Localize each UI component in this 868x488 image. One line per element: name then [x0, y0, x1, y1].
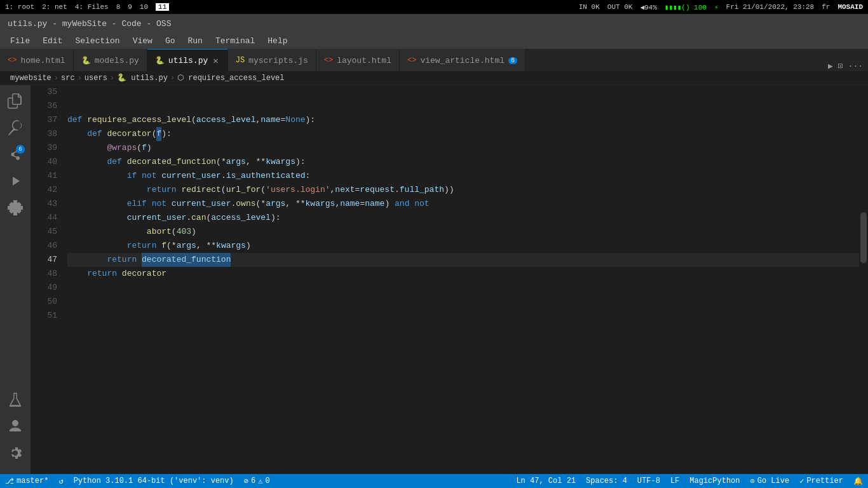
- code-line-48: return decorator: [67, 267, 859, 281]
- branch-icon: ⎇: [5, 477, 14, 486]
- code-line-37: def requires_access_level(access_level,n…: [67, 113, 859, 127]
- tab-home-html[interactable]: <> home.html: [0, 49, 74, 71]
- statusbar-language[interactable]: MagicPython: [684, 474, 745, 488]
- tab-close-button[interactable]: ✕: [212, 55, 219, 66]
- activity-flask[interactable]: [4, 389, 26, 410]
- tab-badge: 6: [508, 57, 517, 64]
- html-icon3: <>: [407, 56, 416, 65]
- statusbar-python[interactable]: Python 3.10.1 64-bit ('venv': venv): [69, 474, 239, 488]
- code-line-38: def decorator(f):: [67, 127, 859, 141]
- run-icon[interactable]: ▶: [828, 61, 833, 71]
- line-num-41: 41: [36, 169, 57, 183]
- line-num-51: 51: [36, 309, 57, 323]
- code-line-40: def decorated_function(*args, **kwargs):: [67, 155, 859, 169]
- topbar-n10: 10: [140, 3, 148, 11]
- activity-extensions[interactable]: [4, 197, 26, 219]
- scrollbar-thumb[interactable]: [860, 212, 867, 263]
- menu-go[interactable]: Go: [160, 35, 180, 47]
- breadcrumb-users[interactable]: users: [85, 74, 107, 83]
- menubar: File Edit Selection View Go Run Terminal…: [0, 33, 868, 49]
- topbar-files: 4: Files: [75, 3, 109, 11]
- menu-help[interactable]: Help: [262, 35, 292, 47]
- statusbar-errors[interactable]: ⊘ 6 ⚠ 0: [239, 474, 275, 488]
- menu-run[interactable]: Run: [182, 35, 207, 47]
- statusbar-prettier[interactable]: ✓ Prettier: [794, 474, 848, 488]
- breadcrumb-utils-py[interactable]: 🐍 utils.py: [117, 73, 168, 83]
- topbar-volume: ◀94%: [640, 3, 656, 11]
- titlebar-text: utils.py - myWebSite - Code - OSS: [8, 19, 171, 29]
- statusbar-branch[interactable]: ⎇ master*: [0, 474, 53, 488]
- line-num-43: 43: [36, 197, 57, 211]
- editor[interactable]: 35 36 37 38 39 40 41 42 43 44 45 46 47 4…: [31, 85, 868, 474]
- tab-label-active: utils.py: [168, 56, 208, 65]
- breadcrumb-sep4: ›: [170, 74, 175, 83]
- html-icon2: <>: [324, 56, 333, 65]
- line-num-46: 46: [36, 239, 57, 253]
- statusbar-position[interactable]: Ln 47, Col 21: [511, 474, 581, 488]
- breadcrumb-sep1: ›: [54, 74, 58, 83]
- tab-label: view_article.html: [420, 56, 505, 65]
- code-line-46: return f(*args, **kwargs): [67, 239, 859, 253]
- statusbar-bell[interactable]: 🔔: [848, 474, 868, 488]
- prettier-label: Prettier: [806, 477, 843, 485]
- statusbar-left: ⎇ master* ↺ Python 3.10.1 64-bit ('venv'…: [0, 474, 275, 488]
- menu-view[interactable]: View: [128, 35, 158, 47]
- statusbar-encoding[interactable]: UTF-8: [632, 474, 665, 488]
- statusbar-eol[interactable]: LF: [665, 474, 684, 488]
- code-line-49: [67, 281, 859, 295]
- tab-label: myscripts.js: [248, 56, 308, 65]
- activity-settings[interactable]: [4, 442, 26, 464]
- split-editor-icon[interactable]: ⊡: [838, 61, 843, 71]
- activity-run[interactable]: [4, 170, 26, 192]
- js-icon: JS: [236, 56, 245, 65]
- code-line-44: current_user.can(access_level):: [67, 211, 859, 225]
- activity-search[interactable]: [4, 117, 26, 139]
- tab-layout-html[interactable]: <> layout.html: [316, 49, 400, 71]
- statusbar-sync[interactable]: ↺: [53, 474, 68, 488]
- tab-utils-py[interactable]: 🐍 utils.py ✕: [147, 49, 228, 71]
- line-num-35: 35: [36, 85, 57, 99]
- statusbar-spaces[interactable]: Spaces: 4: [581, 474, 632, 488]
- breadcrumb-requires-access-level[interactable]: ⬡ requires_access_level: [177, 73, 284, 83]
- topbar-datetime: Fri 21/01/2022, 23:28: [726, 3, 815, 11]
- line-num-39: 39: [36, 141, 57, 155]
- topbar-right: IN 0K OUT 0K ◀94% ▮▮▮▮() 100 ⚡ Fri 21/01…: [579, 3, 863, 11]
- line-num-42: 42: [36, 183, 57, 197]
- activity-account[interactable]: [4, 416, 26, 437]
- menu-edit[interactable]: Edit: [37, 35, 67, 47]
- menu-terminal[interactable]: Terminal: [210, 35, 260, 47]
- go-live-label: Go Live: [757, 477, 789, 485]
- activity-explorer[interactable]: [4, 90, 26, 112]
- menu-selection[interactable]: Selection: [70, 35, 125, 47]
- statusbar-go-live[interactable]: ⊙ Go Live: [745, 474, 795, 488]
- topbar-battery-icon: ⚡: [714, 3, 719, 11]
- tabbar: <> home.html 🐍 models.py 🐍 utils.py ✕ JS…: [0, 49, 868, 71]
- breadcrumb-src[interactable]: src: [61, 74, 75, 83]
- code-line-45: abort(403): [67, 225, 859, 239]
- breadcrumb-mywebsite[interactable]: mywebsite: [10, 74, 51, 83]
- statusbar: ⎇ master* ↺ Python 3.10.1 64-bit ('venv'…: [0, 474, 868, 488]
- spaces-label: Spaces: 4: [586, 477, 627, 485]
- tab-models-py[interactable]: 🐍 models.py: [74, 49, 147, 71]
- eol-label: LF: [670, 477, 679, 485]
- source-control-badge: 6: [16, 145, 25, 154]
- code-content[interactable]: def requires_access_level(access_level,n…: [62, 85, 859, 474]
- sync-icon: ↺: [58, 477, 63, 486]
- main: 6 35 36 37 38 39 40: [0, 85, 868, 474]
- code-line-39: @wraps(f): [67, 141, 859, 155]
- scrollbar[interactable]: [859, 85, 868, 474]
- line-num-50: 50: [36, 295, 57, 309]
- topbar-battery: ▮▮▮▮() 100: [665, 3, 707, 11]
- encoding-label: UTF-8: [637, 477, 660, 485]
- python-label: Python 3.10.1 64-bit ('venv': venv): [74, 477, 234, 485]
- tab-label: home.html: [20, 56, 65, 65]
- tab-view-article-html[interactable]: <> view_article.html 6: [400, 49, 526, 71]
- menu-file[interactable]: File: [5, 35, 35, 47]
- activity-source-control[interactable]: 6: [4, 144, 26, 165]
- breadcrumb-sep2: ›: [78, 74, 82, 83]
- more-actions-icon[interactable]: ···: [848, 62, 863, 71]
- code-line-43: elif not current_user.owns(*args, **kwar…: [67, 197, 859, 211]
- tab-myscripts-js[interactable]: JS myscripts.js: [228, 49, 316, 71]
- line-num-40: 40: [36, 155, 57, 169]
- code-line-41: if not current_user.is_authenticated:: [67, 169, 859, 183]
